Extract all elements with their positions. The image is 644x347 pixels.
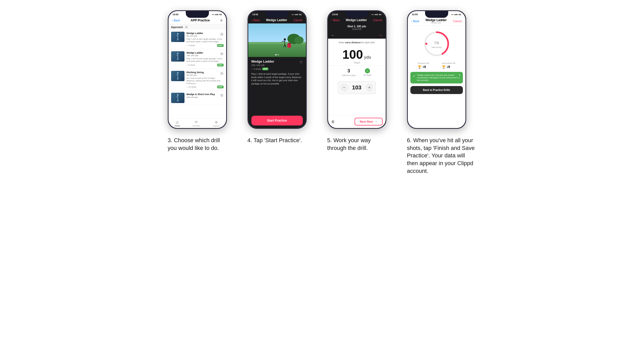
next-arrow-5[interactable]: → xyxy=(378,33,383,38)
back-to-practice-button[interactable]: Back to Practice Drills xyxy=(410,86,463,94)
drill-item-4[interactable]: Wedge & Short Iron Play 100-140 yds ☆ xyxy=(169,91,226,105)
nav-back-6[interactable]: ‹ Back xyxy=(411,20,419,23)
status-icons-4: ▪▪▪ wifi 4G xyxy=(292,13,302,16)
drill-item-1[interactable]: Wedge Ladder 50–100 yds ☆ Play 1 shot at… xyxy=(169,30,226,49)
star-icon-3[interactable]: ☆ xyxy=(220,71,224,76)
drill-item-3[interactable]: Pitching String 55-100 yds ☆ Hit 1 shot … xyxy=(169,69,226,91)
decrement-button[interactable]: − xyxy=(341,84,348,91)
input-section-5: − 103 + xyxy=(338,81,376,94)
nav-date-6: 06 Mar 2023 xyxy=(426,22,447,24)
nav-back-4[interactable]: ‹ Back xyxy=(252,19,260,22)
delete-icon-5[interactable]: 🗑 xyxy=(331,120,335,124)
nav-cancel-6[interactable]: Cancel xyxy=(453,20,462,23)
svg-point-24 xyxy=(294,36,304,44)
star-icon-1[interactable]: ☆ xyxy=(220,32,224,37)
phone-notch-4 xyxy=(266,11,289,18)
status-icons-6: ▪▪▪ wifi 4G xyxy=(451,13,461,16)
clock-icon-2: ○ xyxy=(187,64,188,66)
bottom-nav-home[interactable]: ⌂ Home xyxy=(175,120,180,127)
target-label-5: Target xyxy=(342,61,371,64)
svg-point-10 xyxy=(177,72,179,74)
back-chevron-3: ‹ xyxy=(172,19,173,22)
target-yds-5: 100 yds xyxy=(342,48,371,61)
score-numerator: 7 xyxy=(434,41,436,45)
shot-header-5: Shot 1, 100 yds Score 5/9 xyxy=(328,23,386,32)
nav-cancel-5[interactable]: Cancel xyxy=(373,19,382,22)
next-shot-arrow: → xyxy=(375,120,377,123)
star-icon-2[interactable]: ☆ xyxy=(220,51,224,56)
start-practice-button[interactable]: Start Practice xyxy=(251,116,303,125)
next-shot-button[interactable]: Next Shot → xyxy=(355,118,382,125)
nav-cancel-4[interactable]: Cancel xyxy=(293,19,302,22)
nav-bar-6: ‹ Back Wedge Ladder 06 Mar 2023 Cancel xyxy=(408,17,465,26)
drill-info-2: Wedge Ladder 100–140 yds ☆ Play 1 shot a… xyxy=(187,51,224,66)
image-dots-4 xyxy=(275,54,279,55)
drill-thumb-1 xyxy=(171,32,184,42)
svg-point-15 xyxy=(177,94,179,96)
start-btn-container-4: Start Practice xyxy=(248,114,306,128)
practice-details-4: Wedge Ladder 100–140 yds ☆ ○ 9 shots APP… xyxy=(248,57,306,114)
prev-arrow-5[interactable]: ← xyxy=(331,33,335,38)
practice-shots-4: ○ 9 shots APP xyxy=(251,67,303,70)
drill-list-3[interactable]: Wedge Ladder 50–100 yds ☆ Play 1 shot at… xyxy=(169,30,226,118)
drill-desc-2: Play 1 shot at each target yardage. If y… xyxy=(187,57,224,63)
star-icon-p2[interactable]: ☆ xyxy=(299,60,303,64)
drill-footer-3: ○ 10 shots APP xyxy=(187,86,224,88)
star-icon-4[interactable]: ☆ xyxy=(220,93,224,98)
drill-name-2: Wedge Ladder xyxy=(187,51,203,54)
svg-point-35 xyxy=(425,43,427,45)
phone-notch-6 xyxy=(425,11,448,18)
phone-section-4: 13:02 ▪▪▪ wifi 4G ‹ Back Wedge Ladder Ca… xyxy=(248,10,317,144)
back-chevron-4: ‹ xyxy=(252,19,253,22)
hit-target-circle: ✓ xyxy=(365,68,370,73)
score-total-label: Total Score xyxy=(431,46,442,48)
wifi-icon-4: wifi xyxy=(295,13,298,16)
shots-count-1: ○ 9 shots xyxy=(187,44,195,47)
menu-icon-3[interactable]: ≡ xyxy=(220,18,222,22)
phone-screen-6: 13:03 ▪▪▪ wifi 4G ‹ Back Wedge Ladder 06… xyxy=(408,11,465,128)
signal-icon-4: ▪▪▪ xyxy=(292,13,294,16)
nav-back-3[interactable]: ‹ Back xyxy=(172,19,180,22)
nav-back-5[interactable]: ‹ Back xyxy=(332,19,340,22)
capture-icon: ⊕ xyxy=(215,120,218,124)
score-circle-container: 7/9 Total Score xyxy=(408,26,465,61)
carry-instruction-5: Enter carry distance for each shot xyxy=(334,39,380,45)
clock-icon-p2: ○ xyxy=(251,68,253,70)
drill-title-row-1: Wedge Ladder 50–100 yds ☆ xyxy=(187,32,224,37)
previous-pb-label: Previous PB xyxy=(418,62,429,64)
drill-title-row-3: Pitching String 55-100 yds ☆ xyxy=(187,71,224,76)
status-time-5: 13:03 xyxy=(332,13,338,16)
practice-title-row-4: Wedge Ladder 100–140 yds ☆ xyxy=(251,60,303,66)
svg-rect-31 xyxy=(287,44,291,48)
battery-icon-4: 4G xyxy=(299,13,302,16)
clock-icon-3: ○ xyxy=(187,86,188,88)
svg-line-9 xyxy=(178,58,179,60)
practice-image-4 xyxy=(248,23,306,57)
shots-count-3: ○ 10 shots xyxy=(187,86,196,88)
drill-thumb-4 xyxy=(171,93,184,103)
phone-frame-6: 13:03 ▪▪▪ wifi 4G ‹ Back Wedge Ladder 06… xyxy=(407,10,466,129)
drill-name-3: Pitching String xyxy=(187,71,204,74)
score-screen-6: 7/9 Total Score Previous PB 🏆 -/9 xyxy=(408,26,465,128)
drill-thumb-2 xyxy=(171,51,184,62)
hit-target-label: Hit Target xyxy=(363,74,372,76)
score-circle: 7/9 Total Score xyxy=(422,30,451,58)
phone-section-6: 13:03 ▪▪▪ wifi 4G ‹ Back Wedge Ladder 06… xyxy=(407,10,477,175)
bottom-nav-capture[interactable]: ⊕ Capture xyxy=(213,120,220,127)
practice-desc-4: Play 1 shot at each target yardage. If y… xyxy=(251,72,303,85)
drill-info-3: Pitching String 55-100 yds ☆ Hit 1 shot … xyxy=(187,71,224,89)
last-month-pb-label: Last month PB xyxy=(442,62,455,64)
drill-name-4: Wedge & Short Iron Play xyxy=(187,93,215,96)
signal-icon-6: ▪▪▪ xyxy=(451,13,454,16)
toast-close-icon[interactable]: ✕ xyxy=(458,73,461,77)
caption-3: 3. Choose which drill you would like to … xyxy=(168,137,224,152)
input-value-5[interactable]: 103 xyxy=(350,84,363,91)
previous-pb: Previous PB 🏆 -/9 xyxy=(418,62,429,69)
increment-button[interactable]: + xyxy=(366,84,373,91)
dot-1 xyxy=(275,54,277,55)
bottom-nav-activities[interactable]: ⟳ Activities xyxy=(192,120,200,127)
drill-item-2[interactable]: Wedge Ladder 100–140 yds ☆ Play 1 shot a… xyxy=(169,49,226,69)
phone-screen-5: 13:03 ▪▪▪ wifi 4G ‹ Back Wedge Ladder xyxy=(328,11,386,128)
svg-line-14 xyxy=(178,78,179,80)
drill-desc-1: Play 1 shot at each target yardage. If y… xyxy=(187,38,224,43)
